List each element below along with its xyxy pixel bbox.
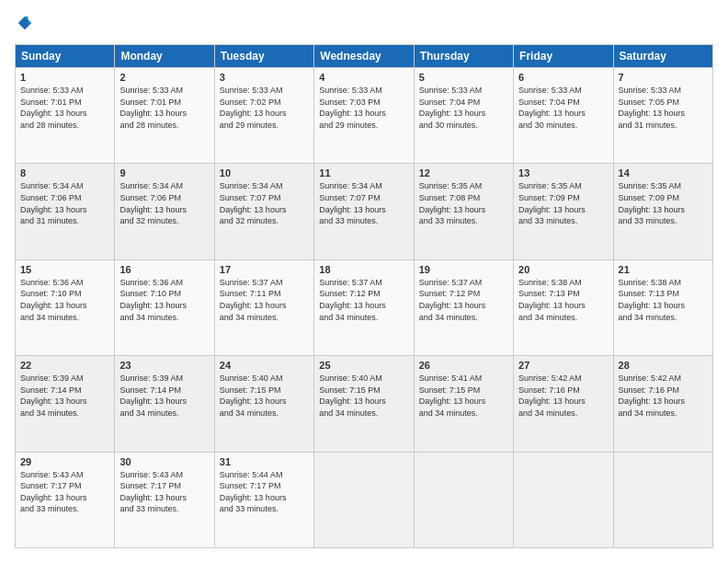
calendar-day-cell: 29Sunrise: 5:43 AM Sunset: 7:17 PM Dayli… [16,452,115,547]
calendar-week-row: 15Sunrise: 5:36 AM Sunset: 7:10 PM Dayli… [16,259,713,355]
day-number: 17 [220,264,309,275]
calendar-day-cell: 24Sunrise: 5:40 AM Sunset: 7:15 PM Dayli… [214,356,313,452]
day-info: Sunrise: 5:37 AM Sunset: 7:12 PM Dayligh… [419,277,508,323]
calendar-day-cell: 14Sunrise: 5:35 AM Sunset: 7:09 PM Dayli… [613,164,712,259]
calendar-week-row: 8Sunrise: 5:34 AM Sunset: 7:06 PM Daylig… [16,164,713,259]
day-number: 22 [20,360,109,371]
day-info: Sunrise: 5:33 AM Sunset: 7:05 PM Dayligh… [619,85,708,131]
day-number: 28 [619,360,708,371]
day-number: 11 [319,167,408,178]
day-number: 7 [619,72,708,83]
calendar-day-cell: 5Sunrise: 5:33 AM Sunset: 7:04 PM Daylig… [414,68,513,164]
day-info: Sunrise: 5:37 AM Sunset: 7:12 PM Dayligh… [319,277,408,323]
day-number: 15 [20,264,109,275]
calendar-day-cell: 19Sunrise: 5:37 AM Sunset: 7:12 PM Dayli… [414,259,513,355]
calendar-day-header: Monday [115,45,214,68]
calendar-day-cell: 21Sunrise: 5:38 AM Sunset: 7:13 PM Dayli… [613,259,712,355]
calendar-day-cell: 18Sunrise: 5:37 AM Sunset: 7:12 PM Dayli… [314,259,414,355]
day-number: 24 [220,360,309,371]
day-info: Sunrise: 5:36 AM Sunset: 7:10 PM Dayligh… [119,277,209,323]
day-number: 5 [419,72,508,83]
day-info: Sunrise: 5:35 AM Sunset: 7:09 PM Dayligh… [518,180,608,226]
day-info: Sunrise: 5:44 AM Sunset: 7:17 PM Dayligh… [220,469,309,515]
day-number: 21 [619,264,708,275]
calendar-day-cell: 15Sunrise: 5:36 AM Sunset: 7:10 PM Dayli… [16,259,115,355]
day-info: Sunrise: 5:40 AM Sunset: 7:15 PM Dayligh… [220,373,309,419]
calendar-day-header: Friday [514,45,613,68]
calendar-week-row: 1Sunrise: 5:33 AM Sunset: 7:01 PM Daylig… [16,68,713,164]
calendar-day-cell: 20Sunrise: 5:38 AM Sunset: 7:13 PM Dayli… [514,259,613,355]
day-info: Sunrise: 5:33 AM Sunset: 7:01 PM Dayligh… [20,85,109,131]
day-info: Sunrise: 5:39 AM Sunset: 7:14 PM Dayligh… [20,373,109,419]
calendar-day-cell: 8Sunrise: 5:34 AM Sunset: 7:06 PM Daylig… [16,164,115,259]
day-info: Sunrise: 5:42 AM Sunset: 7:16 PM Dayligh… [518,373,608,419]
day-number: 20 [518,264,608,275]
day-number: 3 [220,72,309,83]
day-info: Sunrise: 5:35 AM Sunset: 7:08 PM Dayligh… [419,180,508,226]
calendar-week-row: 22Sunrise: 5:39 AM Sunset: 7:14 PM Dayli… [16,356,713,452]
header [15,15,713,35]
calendar-week-row: 29Sunrise: 5:43 AM Sunset: 7:17 PM Dayli… [16,452,713,547]
day-info: Sunrise: 5:42 AM Sunset: 7:16 PM Dayligh… [619,373,708,419]
calendar-day-header: Thursday [414,45,513,68]
day-info: Sunrise: 5:39 AM Sunset: 7:14 PM Dayligh… [119,373,209,419]
calendar-day-cell [414,452,513,547]
day-number: 13 [518,167,608,178]
day-number: 23 [119,360,209,371]
calendar-day-cell: 22Sunrise: 5:39 AM Sunset: 7:14 PM Dayli… [16,356,115,452]
day-info: Sunrise: 5:36 AM Sunset: 7:10 PM Dayligh… [20,277,109,323]
day-number: 1 [20,72,109,83]
calendar-day-cell: 10Sunrise: 5:34 AM Sunset: 7:07 PM Dayli… [214,164,313,259]
day-info: Sunrise: 5:33 AM Sunset: 7:02 PM Dayligh… [220,85,309,131]
day-info: Sunrise: 5:34 AM Sunset: 7:07 PM Dayligh… [220,180,309,226]
calendar-day-cell: 2Sunrise: 5:33 AM Sunset: 7:01 PM Daylig… [115,68,214,164]
day-number: 29 [20,456,109,467]
calendar-header-row: SundayMondayTuesdayWednesdayThursdayFrid… [16,45,713,68]
calendar-day-cell: 11Sunrise: 5:34 AM Sunset: 7:07 PM Dayli… [314,164,414,259]
calendar-day-cell [613,452,712,547]
day-info: Sunrise: 5:33 AM Sunset: 7:03 PM Dayligh… [319,85,408,131]
calendar-day-cell: 9Sunrise: 5:34 AM Sunset: 7:06 PM Daylig… [115,164,214,259]
day-info: Sunrise: 5:41 AM Sunset: 7:15 PM Dayligh… [419,373,508,419]
calendar-day-cell: 1Sunrise: 5:33 AM Sunset: 7:01 PM Daylig… [16,68,115,164]
day-number: 9 [119,167,209,178]
day-info: Sunrise: 5:34 AM Sunset: 7:06 PM Dayligh… [119,180,209,226]
day-info: Sunrise: 5:34 AM Sunset: 7:07 PM Dayligh… [319,180,408,226]
day-number: 19 [419,264,508,275]
calendar-day-cell: 7Sunrise: 5:33 AM Sunset: 7:05 PM Daylig… [613,68,712,164]
day-info: Sunrise: 5:37 AM Sunset: 7:11 PM Dayligh… [220,277,309,323]
calendar-day-cell: 23Sunrise: 5:39 AM Sunset: 7:14 PM Dayli… [115,356,214,452]
logo [15,15,37,35]
day-number: 27 [518,360,608,371]
day-number: 31 [220,456,309,467]
calendar-day-cell: 3Sunrise: 5:33 AM Sunset: 7:02 PM Daylig… [214,68,313,164]
day-info: Sunrise: 5:33 AM Sunset: 7:01 PM Dayligh… [119,85,209,131]
day-number: 30 [119,456,209,467]
day-info: Sunrise: 5:40 AM Sunset: 7:15 PM Dayligh… [319,373,408,419]
calendar-day-cell: 31Sunrise: 5:44 AM Sunset: 7:17 PM Dayli… [214,452,313,547]
day-number: 6 [518,72,608,83]
day-number: 16 [119,264,209,275]
calendar-day-header: Wednesday [314,45,414,68]
calendar-day-cell: 27Sunrise: 5:42 AM Sunset: 7:16 PM Dayli… [514,356,613,452]
calendar-day-cell: 16Sunrise: 5:36 AM Sunset: 7:10 PM Dayli… [115,259,214,355]
day-info: Sunrise: 5:35 AM Sunset: 7:09 PM Dayligh… [619,180,708,226]
calendar-day-cell: 26Sunrise: 5:41 AM Sunset: 7:15 PM Dayli… [414,356,513,452]
calendar-day-cell: 4Sunrise: 5:33 AM Sunset: 7:03 PM Daylig… [314,68,414,164]
calendar-table: SundayMondayTuesdayWednesdayThursdayFrid… [15,44,713,548]
calendar-day-cell: 13Sunrise: 5:35 AM Sunset: 7:09 PM Dayli… [514,164,613,259]
day-info: Sunrise: 5:43 AM Sunset: 7:17 PM Dayligh… [119,469,209,515]
logo-icon [17,15,33,31]
day-info: Sunrise: 5:34 AM Sunset: 7:06 PM Dayligh… [20,180,109,226]
calendar-day-header: Tuesday [214,45,313,68]
calendar-day-cell: 30Sunrise: 5:43 AM Sunset: 7:17 PM Dayli… [115,452,214,547]
calendar-day-cell: 6Sunrise: 5:33 AM Sunset: 7:04 PM Daylig… [514,68,613,164]
calendar-day-cell [314,452,414,547]
calendar-day-cell: 25Sunrise: 5:40 AM Sunset: 7:15 PM Dayli… [314,356,414,452]
calendar-day-cell: 12Sunrise: 5:35 AM Sunset: 7:08 PM Dayli… [414,164,513,259]
day-number: 26 [419,360,508,371]
day-number: 12 [419,167,508,178]
day-number: 10 [220,167,309,178]
day-info: Sunrise: 5:33 AM Sunset: 7:04 PM Dayligh… [518,85,608,131]
day-number: 18 [319,264,408,275]
